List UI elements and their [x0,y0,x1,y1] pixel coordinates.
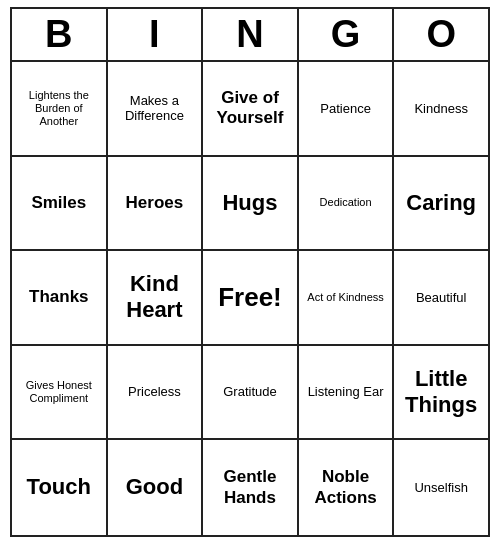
bingo-row-0: Lightens the Burden of AnotherMakes a Di… [12,62,488,157]
bingo-row-2: ThanksKind HeartFree!Act of KindnessBeau… [12,251,488,346]
bingo-cell-r3-c2: Gratitude [203,346,299,441]
bingo-cell-r2-c2: Free! [203,251,299,346]
bingo-cell-r4-c0: Touch [12,440,108,535]
bingo-cell-r1-c3: Dedication [299,157,395,252]
bingo-cell-r1-c1: Heroes [108,157,204,252]
header-letter-b: B [12,9,108,62]
header-letter-g: G [299,9,395,62]
bingo-cell-r2-c4: Beautiful [394,251,488,346]
bingo-cell-r0-c4: Kindness [394,62,488,157]
header-letter-o: O [394,9,488,62]
header-letter-n: N [203,9,299,62]
bingo-cell-r0-c3: Patience [299,62,395,157]
bingo-cell-r3-c3: Listening Ear [299,346,395,441]
bingo-cell-r0-c2: Give of Yourself [203,62,299,157]
bingo-cell-r2-c1: Kind Heart [108,251,204,346]
bingo-cell-r3-c0: Gives Honest Compliment [12,346,108,441]
bingo-cell-r1-c0: Smiles [12,157,108,252]
bingo-cell-r0-c0: Lightens the Burden of Another [12,62,108,157]
bingo-cell-r0-c1: Makes a Difference [108,62,204,157]
bingo-cell-r4-c4: Unselfish [394,440,488,535]
bingo-cell-r1-c4: Caring [394,157,488,252]
bingo-header: BINGO [12,9,488,62]
bingo-row-1: SmilesHeroesHugsDedicationCaring [12,157,488,252]
bingo-row-3: Gives Honest ComplimentPricelessGratitud… [12,346,488,441]
bingo-cell-r4-c2: Gentle Hands [203,440,299,535]
bingo-row-4: TouchGoodGentle HandsNoble ActionsUnself… [12,440,488,535]
bingo-card: BINGO Lightens the Burden of AnotherMake… [10,7,490,537]
header-letter-i: I [108,9,204,62]
bingo-cell-r2-c3: Act of Kindness [299,251,395,346]
bingo-cell-r4-c1: Good [108,440,204,535]
bingo-cell-r1-c2: Hugs [203,157,299,252]
bingo-cell-r2-c0: Thanks [12,251,108,346]
bingo-body: Lightens the Burden of AnotherMakes a Di… [12,62,488,535]
bingo-cell-r4-c3: Noble Actions [299,440,395,535]
bingo-cell-r3-c4: Little Things [394,346,488,441]
bingo-cell-r3-c1: Priceless [108,346,204,441]
